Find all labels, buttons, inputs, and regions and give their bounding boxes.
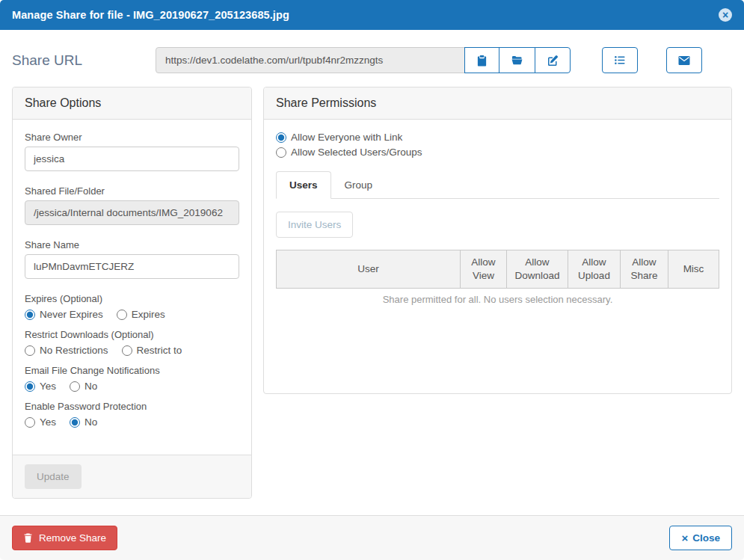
column-header-allow-download: Allow Download: [507, 250, 568, 289]
expires-option-label: Expires: [132, 309, 165, 320]
list-icon: [614, 55, 626, 66]
user-permissions-table: User Allow View Allow Download Allow Upl…: [276, 250, 719, 289]
never-expires-option-label: Never Expires: [40, 309, 103, 320]
share-owner-label: Share Owner: [25, 132, 239, 143]
password-yes-option-label: Yes: [40, 416, 56, 428]
expires-group: Expires (Optional) Never Expires Expires: [25, 293, 239, 320]
permissions-tabs: Users Group: [276, 171, 719, 199]
content-columns: Share Options Share Owner Shared File/Fo…: [12, 87, 732, 499]
share-options-body: Share Owner Shared File/Folder Share Nam…: [13, 120, 251, 449]
share-options-panel: Share Options Share Owner Shared File/Fo…: [12, 87, 252, 499]
allow-everyone-option-label: Allow Everyone with Link: [291, 132, 402, 143]
shared-file-field: Shared File/Folder: [25, 185, 239, 225]
share-permissions-panel: Share Permissions Allow Everyone with Li…: [263, 87, 732, 394]
share-permissions-body: Allow Everyone with Link Allow Selected …: [264, 120, 731, 393]
no-restrictions-option-label: No Restrictions: [40, 345, 108, 356]
expires-label: Expires (Optional): [25, 293, 239, 304]
tab-group[interactable]: Group: [331, 171, 387, 199]
allow-selected-radio[interactable]: [276, 147, 286, 158]
share-name-label: Share Name: [25, 239, 239, 250]
allow-everyone-radio[interactable]: [276, 132, 286, 143]
email-yes-option-label: Yes: [40, 381, 56, 392]
restrict-downloads-group: Restrict Downloads (Optional) No Restric…: [25, 329, 239, 356]
close-button[interactable]: × Close: [669, 526, 732, 550]
share-owner-field: Share Owner: [25, 132, 239, 171]
allow-selected-option[interactable]: Allow Selected Users/Groups: [276, 147, 719, 158]
remove-share-label: Remove Share: [39, 532, 106, 544]
email-no-option[interactable]: No: [70, 381, 97, 392]
dialog-title: Manage Share for file - IMG_20190627_205…: [12, 9, 289, 21]
dialog-body: Share URL: [0, 30, 744, 515]
close-x-icon: ×: [681, 532, 688, 544]
no-restrictions-radio[interactable]: [25, 345, 35, 356]
trash-icon: [23, 532, 33, 544]
email-notifications-label: Email File Change Notifications: [25, 365, 239, 376]
dialog-footer: Remove Share × Close: [0, 515, 744, 560]
email-yes-radio[interactable]: [25, 381, 35, 392]
access-mode-group: Allow Everyone with Link Allow Selected …: [276, 132, 719, 158]
share-name-input[interactable]: [25, 254, 239, 279]
expires-option[interactable]: Expires: [117, 309, 165, 320]
clipboard-icon: [476, 55, 488, 67]
restrict-to-radio[interactable]: [122, 345, 132, 356]
share-url-label: Share URL: [12, 52, 156, 69]
edit-pencil-icon: [547, 55, 559, 67]
tab-users[interactable]: Users: [276, 171, 331, 199]
column-header-misc: Misc: [668, 250, 719, 289]
password-no-radio[interactable]: [70, 417, 80, 428]
manage-share-dialog: Manage Share for file - IMG_20190627_205…: [0, 0, 744, 560]
open-folder-button[interactable]: [499, 47, 535, 73]
restrict-downloads-label: Restrict Downloads (Optional): [25, 329, 239, 340]
shared-file-label: Shared File/Folder: [25, 185, 239, 197]
password-no-option[interactable]: No: [70, 416, 97, 428]
no-restrictions-option[interactable]: No Restrictions: [25, 345, 108, 356]
share-owner-input[interactable]: [25, 147, 239, 171]
column-header-allow-view: Allow View: [461, 250, 507, 289]
column-header-allow-share: Allow Share: [621, 250, 668, 289]
never-expires-option[interactable]: Never Expires: [25, 309, 103, 320]
remove-share-button[interactable]: Remove Share: [12, 526, 117, 550]
update-button[interactable]: Update: [25, 464, 82, 489]
column-header-allow-upload: Allow Upload: [568, 250, 621, 289]
close-label: Close: [692, 532, 720, 544]
password-no-option-label: No: [84, 416, 97, 428]
email-no-radio[interactable]: [70, 381, 80, 392]
restrict-to-option-label: Restrict to: [137, 345, 182, 356]
password-protection-label: Enable Password Protection: [25, 401, 239, 412]
email-notifications-group: Email File Change Notifications Yes No: [25, 365, 239, 392]
email-no-option-label: No: [84, 381, 97, 392]
folder-open-icon: [511, 55, 523, 66]
password-yes-radio[interactable]: [25, 417, 35, 428]
url-action-button-group: [465, 47, 571, 73]
share-url-input[interactable]: [156, 47, 465, 73]
column-header-user: User: [277, 250, 461, 289]
table-header-row: User Allow View Allow Download Allow Upl…: [277, 250, 719, 289]
allow-selected-option-label: Allow Selected Users/Groups: [291, 147, 422, 158]
share-name-field: Share Name: [25, 239, 239, 279]
invite-users-button[interactable]: Invite Users: [276, 212, 353, 238]
edit-share-button[interactable]: [535, 47, 571, 73]
email-yes-option[interactable]: Yes: [25, 381, 56, 392]
share-options-title: Share Options: [13, 87, 251, 120]
share-url-row: Share URL: [12, 47, 732, 73]
password-protection-group: Enable Password Protection Yes No: [25, 401, 239, 428]
allow-everyone-option[interactable]: Allow Everyone with Link: [276, 132, 719, 143]
password-yes-option[interactable]: Yes: [25, 416, 56, 428]
never-expires-radio[interactable]: [25, 310, 35, 320]
dialog-close-icon[interactable]: ×: [719, 8, 732, 22]
table-empty-message: Share permitted for all. No users select…: [276, 294, 719, 305]
expires-radio[interactable]: [117, 310, 127, 320]
share-permissions-title: Share Permissions: [264, 87, 731, 120]
copy-url-button[interactable]: [464, 47, 499, 73]
shared-file-input[interactable]: [25, 200, 239, 225]
email-share-button[interactable]: [666, 47, 702, 73]
envelope-icon: [678, 55, 690, 66]
restrict-to-option[interactable]: Restrict to: [122, 345, 182, 356]
dialog-header: Manage Share for file - IMG_20190627_205…: [0, 0, 744, 30]
share-list-button[interactable]: [602, 47, 638, 73]
share-options-footer: Update: [13, 455, 251, 498]
